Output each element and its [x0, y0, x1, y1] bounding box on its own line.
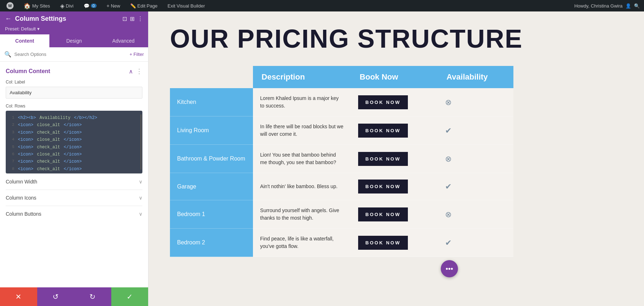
my-sites-item[interactable]: 🏠 My Sites	[21, 0, 52, 11]
row-book-now: BOOK NOW	[351, 173, 438, 200]
col-rows-label: Col: Rows	[6, 104, 142, 109]
admin-bar: W 🏠 My Sites ◈ Divi 💬 0 + New ✏️ Edit Pa…	[0, 0, 644, 11]
code-scrollbar[interactable]	[140, 114, 142, 170]
x-icon: ⊗	[445, 210, 452, 219]
col-header-label	[170, 66, 253, 88]
panel-header: ← Column Settings ⊡ ⊞ ⋮	[0, 11, 148, 26]
book-now-button[interactable]: BOOK NOW	[358, 180, 408, 193]
column-width-section: Column Width ∨	[6, 173, 142, 190]
row-description: Find peace, life is like a waterfall, yo…	[253, 229, 351, 257]
section-dots-menu[interactable]: ⋮	[136, 67, 142, 75]
book-now-button[interactable]: BOOK NOW	[358, 124, 408, 138]
resize-icon[interactable]: ⊡	[122, 15, 127, 22]
new-item[interactable]: + New	[104, 0, 122, 11]
row-book-now: BOOK NOW	[351, 145, 438, 173]
book-now-button[interactable]: BOOK NOW	[358, 207, 408, 221]
back-icon[interactable]: ←	[5, 15, 11, 23]
column-buttons-title: Column Buttons	[6, 211, 42, 217]
panel-title: Column Settings	[15, 15, 119, 23]
col-label-label: Col: Label	[6, 80, 142, 85]
row-label: Bedroom 1	[170, 200, 253, 229]
row-description: Surround yourself with angels. Give than…	[253, 200, 351, 229]
row-description: Ain't nothin' like bamboo. Bless up.	[253, 173, 351, 200]
save-button[interactable]: ✓	[111, 287, 148, 306]
undo-button[interactable]: ↺	[37, 287, 74, 306]
row-availability: ✔	[438, 173, 513, 200]
plus-icon: +	[107, 3, 109, 9]
code-line-8: 8 <icon>check_alt</icon>	[9, 166, 139, 173]
floating-dots-button[interactable]: •••	[441, 260, 458, 277]
column-icons-chevron: ∨	[139, 195, 142, 201]
row-label: Living Room	[170, 116, 253, 145]
row-description: In life there will be road blocks but we…	[253, 116, 351, 145]
divi-icon: ◈	[60, 3, 64, 9]
exit-builder-label: Exit Visual Builder	[167, 3, 205, 9]
row-description: Lorem Khaled Ipsum is a major key to suc…	[253, 88, 351, 116]
cancel-button[interactable]: ✕	[0, 287, 37, 306]
code-editor[interactable]: 1 <h2><b>Availability</b></h2> 2 <icon>c…	[6, 111, 142, 173]
comments-item[interactable]: 💬 0	[82, 0, 99, 11]
col-label-input[interactable]	[6, 87, 142, 99]
code-line-1: 1 <h2><b>Availability</b></h2>	[9, 114, 139, 121]
redo-button[interactable]: ↻	[74, 287, 111, 306]
column-width-header[interactable]: Column Width ∨	[6, 179, 142, 185]
user-greeting: Howdy, Christina Gwira	[574, 3, 623, 9]
filter-button[interactable]: + Filter	[130, 52, 144, 57]
comment-icon: 💬	[84, 3, 89, 9]
table-row: Kitchen Lorem Khaled Ipsum is a major ke…	[170, 88, 513, 116]
column-width-title: Column Width	[6, 179, 37, 185]
user-avatar: 👤	[625, 3, 631, 9]
col-header-book-now: Book Now	[351, 66, 438, 88]
row-description: Lion! You see that bamboo behind me thou…	[253, 145, 351, 173]
book-now-button[interactable]: BOOK NOW	[358, 152, 408, 166]
edit-page-item[interactable]: ✏️ Edit Page	[128, 0, 160, 11]
pricing-table: Description Book Now Availability Kitche…	[170, 66, 513, 257]
search-icon-admin[interactable]: 🔍	[634, 3, 640, 9]
chevron-up-icon[interactable]: ∧	[129, 68, 133, 75]
code-line-6: 6 <icon>close_alt</icon>	[9, 151, 139, 158]
tab-design[interactable]: Design	[49, 34, 99, 47]
table-row: Living Room In life there will be road b…	[170, 116, 513, 145]
row-availability: ✔	[438, 229, 513, 257]
new-label: New	[111, 3, 120, 9]
grid-icon[interactable]: ⊞	[130, 15, 135, 22]
check-icon: ✔	[445, 126, 452, 135]
wp-logo-item[interactable]: W	[4, 0, 16, 11]
preset-bar: Preset: Default ▾	[0, 26, 148, 34]
tab-advanced[interactable]: Advanced	[99, 34, 148, 47]
pencil-icon: ✏️	[130, 3, 136, 9]
divi-item[interactable]: ◈ Divi	[58, 0, 76, 11]
more-icon[interactable]: ⋮	[137, 15, 143, 22]
table-row: Bedroom 1 Surround yourself with angels.…	[170, 200, 513, 229]
code-line-4: 4 <icon>close_alt</icon>	[9, 136, 139, 143]
column-content-section-header: Column Content ∧ ⋮	[6, 67, 142, 75]
column-icons-header[interactable]: Column Icons ∨	[6, 195, 142, 201]
row-book-now: BOOK NOW	[351, 116, 438, 145]
column-buttons-header[interactable]: Column Buttons ∨	[6, 211, 142, 217]
bottom-actions: ✕ ↺ ↻ ✓	[0, 287, 148, 306]
house-icon: 🏠	[24, 3, 31, 9]
x-icon: ⊗	[445, 98, 452, 107]
check-icon: ✔	[445, 182, 452, 191]
book-now-button[interactable]: BOOK NOW	[358, 95, 408, 109]
code-line-5: 5 <icon>check_alt</icon>	[9, 144, 139, 151]
search-input[interactable]	[14, 52, 127, 57]
column-width-chevron: ∨	[139, 179, 142, 185]
preset-label[interactable]: Preset: Default	[5, 26, 36, 32]
column-icons-section: Column Icons ∨	[6, 190, 142, 206]
row-label: Kitchen	[170, 88, 253, 116]
row-availability: ✔	[438, 116, 513, 145]
col-header-description: Description	[253, 66, 351, 88]
section-title: Column Content	[6, 68, 50, 75]
row-book-now: BOOK NOW	[351, 88, 438, 116]
table-row: Bedroom 2 Find peace, life is like a wat…	[170, 229, 513, 257]
x-icon: ⊗	[445, 154, 452, 163]
search-icon: 🔍	[4, 51, 11, 58]
dots-icon: •••	[445, 265, 453, 273]
book-now-button[interactable]: BOOK NOW	[358, 236, 408, 250]
row-label: Garage	[170, 173, 253, 200]
exit-builder-item[interactable]: Exit Visual Builder	[165, 0, 207, 11]
right-content: OUR PRICING STRUCTURE Description Book N…	[148, 11, 644, 306]
tab-content[interactable]: Content	[0, 34, 49, 47]
main-layout: ← Column Settings ⊡ ⊞ ⋮ Preset: Default …	[0, 11, 644, 306]
